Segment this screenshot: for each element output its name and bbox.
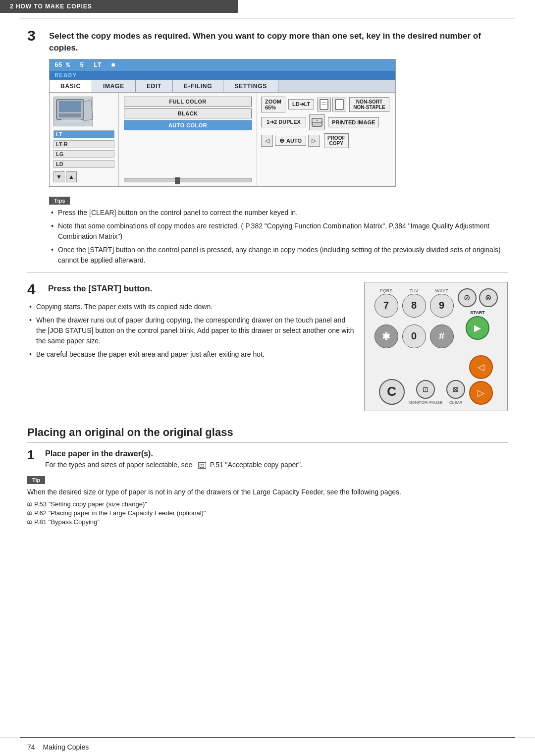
keypad-row2: ✱ 0 # (374, 324, 454, 348)
tips-list: Press the [CLEAR] button on the control … (49, 208, 508, 266)
step4-heading: Press the [START] button. (48, 282, 152, 294)
tip-link-1: 🕮 P.53 "Setting copy paper (size change)… (27, 500, 508, 508)
sub-step1-block: 1 Place paper in the drawer(s). For the … (27, 447, 508, 470)
tab-image[interactable]: IMAGE (92, 80, 136, 92)
arrow-right-btn[interactable]: ▷ (469, 381, 493, 405)
book-icon-4: 🕮 (27, 519, 32, 525)
start-label: START (466, 310, 489, 315)
key-star[interactable]: ✱ (374, 324, 398, 348)
auto-color-btn[interactable]: AUTO COLOR (124, 120, 252, 130)
book-icon-2: 🕮 (27, 501, 32, 507)
footer: 74 Making Copies (0, 738, 535, 756)
copier-left-panel: LT LT-R LG LD ▼ ▲ (50, 93, 119, 186)
svg-point-11 (316, 119, 318, 121)
step3-number: 3 (27, 28, 41, 43)
copier-status-bar: 65 % 5 LT ■ (50, 59, 395, 71)
step4-number: 4 (27, 282, 41, 297)
svg-marker-3 (84, 100, 93, 121)
tray-lt[interactable]: LT (54, 130, 114, 138)
non-sort-box[interactable]: NON-SORTNON-STAPLE (349, 97, 389, 112)
tip-text: When the desired size or type of paper i… (27, 487, 508, 497)
step3-header: 3 Select the copy modes as required. Whe… (27, 28, 508, 54)
copier-center-panel: FULL COLOR BLACK AUTO COLOR (119, 93, 257, 186)
key-9[interactable]: 9 (430, 294, 454, 318)
copier-nav-tabs: BASIC IMAGE EDIT E-FILING SETTINGS (50, 80, 395, 93)
tray-lg[interactable]: LG (54, 150, 114, 158)
copier-right-panel: ZOOM65% LD➜LT NON-SORTNON-STAPLE (257, 93, 395, 186)
key-hash[interactable]: # (430, 324, 454, 348)
tip-link-2: 🕮 P.62 "Placing paper in the Large Capac… (27, 509, 508, 517)
arrow-left-btn[interactable]: ◁ (469, 355, 493, 379)
tip-link-3: 🕮 P.81 "Bypass Copying" (27, 518, 508, 526)
duplex-box[interactable]: 1➜2 DUPLEX (261, 117, 306, 127)
zoom-box[interactable]: ZOOM65% (261, 97, 285, 112)
tip-item-1: Press the [CLEAR] button on the control … (49, 208, 508, 218)
clear-btn[interactable]: ⊠ (446, 380, 465, 399)
interrupt-btn[interactable]: ⊘ (458, 288, 477, 307)
tray-ld[interactable]: LD (54, 160, 114, 168)
drawer-icon (309, 114, 325, 130)
tips-section: Tips Press the [CLEAR] button on the con… (49, 196, 508, 266)
full-color-btn[interactable]: FULL COLOR (124, 97, 252, 107)
chapter-label: 2 HOW TO MAKE COPIES (10, 3, 92, 10)
sub-step1-number: 1 (27, 447, 39, 470)
key-7-label: PQRS (380, 288, 393, 293)
svg-rect-4 (61, 119, 81, 122)
step3-text: Select the copy modes as required. When … (49, 28, 508, 54)
tab-basic[interactable]: BASIC (50, 80, 92, 92)
footer-label: Making Copies (43, 743, 89, 751)
tab-edit[interactable]: EDIT (136, 80, 173, 92)
start-btn[interactable]: ▶ (466, 316, 489, 340)
tray-lt-r[interactable]: LT-R (54, 140, 114, 148)
ld-lt-box[interactable]: LD➜LT (288, 99, 314, 109)
status-icon: ■ (111, 61, 115, 69)
book-icon-3: 🕮 (27, 510, 32, 516)
copier-right-top: ZOOM65% LD➜LT NON-SORTNON-STAPLE (261, 97, 391, 130)
tip-box: Tip When the desired size or type of pap… (27, 475, 508, 526)
monitor-pause-btn[interactable]: ⊡ (416, 380, 435, 399)
proof-copy-box[interactable]: PROOFCOPY (324, 133, 349, 148)
right-nav-btn[interactable]: ▷ (308, 135, 320, 147)
key-9-col: WXYZ 9 (430, 288, 454, 318)
scroll-down-btn[interactable]: ▼ (54, 171, 64, 182)
page2-icon (332, 98, 346, 111)
tip-label: Tip (27, 476, 45, 484)
tab-efiling[interactable]: E-FILING (173, 80, 223, 92)
key-c[interactable]: C (379, 379, 405, 405)
tip-item-3: Once the [START] button on the control p… (49, 245, 508, 266)
svg-rect-1 (59, 101, 81, 112)
color-button-group: FULL COLOR BLACK AUTO COLOR (124, 97, 252, 130)
svg-rect-2 (59, 113, 81, 117)
step4-block: 4 Press the [START] button. Copying star… (27, 282, 508, 411)
footer-page: 74 (27, 743, 35, 751)
key-8-label: TUV (410, 288, 419, 293)
scroll-up-btn[interactable]: ▲ (66, 171, 77, 182)
keypad-row1: PQRS 7 TUV 8 WXYZ 9 (374, 288, 454, 318)
printed-image-box[interactable]: PRINTED IMAGE (328, 117, 379, 127)
step4-bullets: Copying starts. The paper exits with its… (27, 302, 354, 360)
key-8-col: TUV 8 (402, 288, 426, 318)
stop-btn[interactable]: ⊗ (479, 288, 498, 307)
footer-container: 74 Making Copies (0, 737, 535, 756)
left-nav-btn[interactable]: ◁ (261, 135, 273, 147)
status-paper: LT (94, 61, 102, 69)
status-copies: 5 (80, 61, 84, 69)
book-icon-1: 🕮 (198, 462, 206, 469)
brightness-slider[interactable] (124, 178, 252, 182)
auto-btn[interactable]: ⊕ AUTO (275, 136, 306, 146)
placing-section-heading: Placing an original on the original glas… (27, 426, 508, 442)
tip-links: 🕮 P.53 "Setting copy paper (size change)… (27, 500, 508, 526)
status-ready: READY (50, 71, 395, 80)
key-0[interactable]: 0 (402, 324, 426, 348)
copier-ui-diagram: 65 % 5 LT ■ READY BASIC IMAGE EDIT E-FIL… (49, 59, 396, 187)
key-7[interactable]: 7 (374, 294, 398, 318)
sub-step1-content: Place paper in the drawer(s). For the ty… (45, 447, 508, 470)
step4-bullet-2: When the drawer runs out of paper during… (27, 315, 354, 346)
sub-step1-title: Place paper in the drawer(s). (45, 449, 508, 458)
black-btn[interactable]: BLACK (124, 108, 252, 118)
key-8[interactable]: 8 (402, 294, 426, 318)
tab-settings[interactable]: SETTINGS (223, 80, 278, 92)
monitor-pause-label: MONITOR/ PAUSE (409, 400, 443, 405)
keypad-diagram: PQRS 7 TUV 8 WXYZ 9 ✱ (364, 282, 508, 411)
svg-rect-8 (335, 100, 343, 109)
